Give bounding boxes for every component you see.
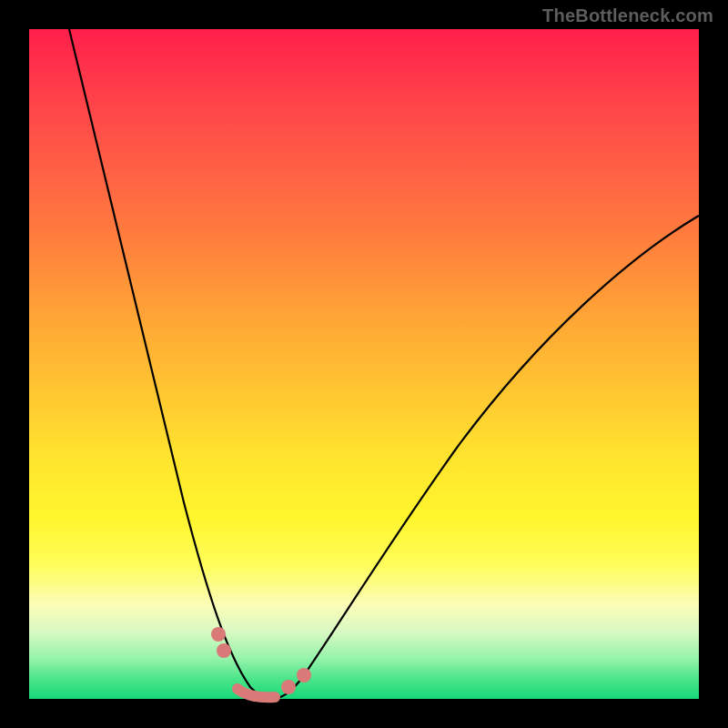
curve-right-branch bbox=[271, 216, 699, 699]
marker-dot bbox=[297, 668, 311, 682]
watermark-text: TheBottleneck.com bbox=[542, 5, 713, 26]
bottleneck-curve-svg bbox=[29, 29, 699, 699]
marker-dot bbox=[281, 680, 296, 694]
marker-dot bbox=[211, 627, 226, 642]
curve-left-branch bbox=[69, 29, 271, 699]
chart-stage: TheBottleneck.com bbox=[0, 0, 728, 728]
trough-marker-segment bbox=[238, 689, 275, 697]
marker-dot bbox=[217, 643, 231, 658]
